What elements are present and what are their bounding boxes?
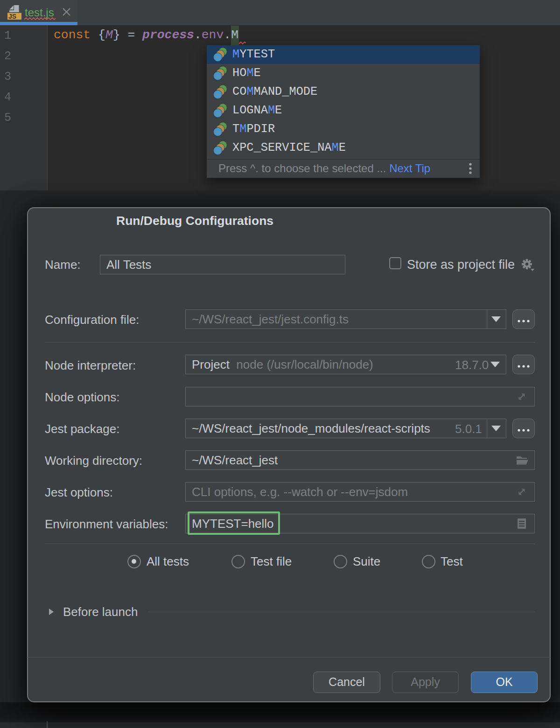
- svg-text:JS: JS: [8, 13, 16, 20]
